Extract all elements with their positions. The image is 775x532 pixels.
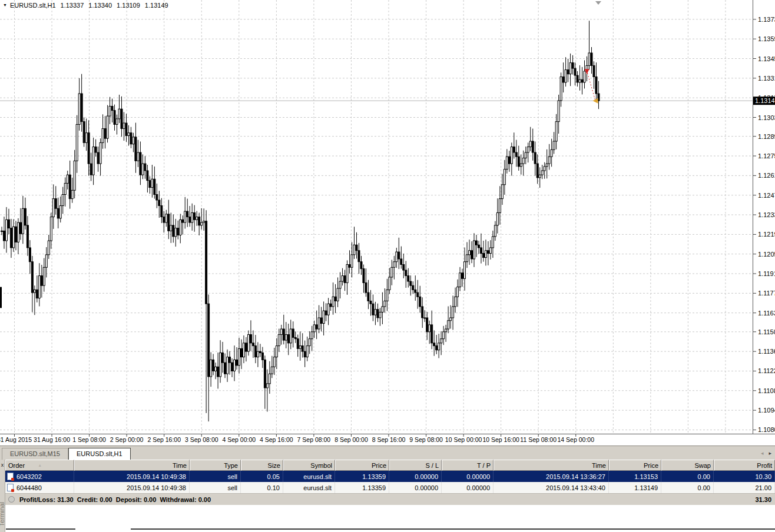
column-header-swap[interactable]: Swap [661,460,714,471]
cell-order: 6043202 [5,471,74,482]
svg-text:1.13590: 1.13590 [758,35,775,42]
status-circle-icon [8,496,15,503]
svg-text:31 Aug 2015: 31 Aug 2015 [0,436,32,443]
svg-text:2 Sep 16:00: 2 Sep 16:00 [147,436,181,443]
cell-price: 1.13153 [609,471,661,482]
svg-text:1.12195: 1.12195 [758,231,775,238]
cell-type: sell [190,482,241,493]
sort-asc-icon: ▲ [38,463,42,467]
cell-profit: 21.00 [714,482,775,493]
svg-text:8 Sep 16:00: 8 Sep 16:00 [372,436,406,443]
cell-time: 2015.09.14 13:43:40 [494,482,609,493]
cell-symbol: eurusd.slt [283,482,335,493]
svg-text:14 Sep 00:00: 14 Sep 00:00 [558,436,595,443]
cell-price: 1.13149 [609,482,661,493]
terminal-side-strip: x Terminal [0,460,5,532]
chart-symbol-period: EURUSD.slt,H1 [10,2,56,9]
ohlc-close: 1.13149 [145,2,168,9]
cell-symbol: eurusd.slt [283,471,335,482]
column-header-symbol[interactable]: Symbol [283,460,335,471]
svg-text:1.12895: 1.12895 [758,133,775,140]
order-row[interactable]: 60444802015.09.14 10:49:38sell0.10eurusd… [5,482,775,493]
order-icon [7,484,14,491]
svg-text:1.12475: 1.12475 [758,192,775,199]
cell-swap: 0.00 [661,471,714,482]
terminal-panel: x Terminal Order▲TimeTypeSizeSymbolPrice… [0,460,775,532]
cell-profit: 10.30 [714,471,775,482]
svg-text:7 Sep 08:00: 7 Sep 08:00 [297,436,331,443]
orders-table-header: Order▲TimeTypeSizeSymbolPriceS / LT / PT… [5,460,775,471]
cell-time: 2015.09.14 13:36:27 [494,471,609,482]
terminal-vertical-label: Terminal [0,502,5,527]
svg-text:1.12335: 1.12335 [758,211,775,218]
cell-type: sell [190,471,241,482]
ohlc-high: 1.13340 [88,2,112,9]
column-header-time[interactable]: Time [494,460,609,471]
svg-text:1.10800: 1.10800 [758,426,775,433]
cell-size: 0.05 [241,471,283,482]
column-header-time[interactable]: Time [74,460,190,471]
svg-text:1.11360: 1.11360 [758,348,775,355]
order-icon [7,473,14,480]
column-header-order[interactable]: Order▲ [5,460,74,471]
svg-text:1.13030: 1.13030 [758,114,775,121]
svg-text:31 Aug 16:00: 31 Aug 16:00 [34,436,70,443]
svg-text:1.11635: 1.11635 [758,310,775,317]
cell-swap: 0.00 [661,482,714,493]
svg-text:11 Sep 08:00: 11 Sep 08:00 [520,436,557,443]
chart-tab-bar: EURUSD.slt,M15 EURUSD.slt,H1 ◂ ▸ [0,445,775,460]
price-chart[interactable]: 1.137301.135901.134501.133101.131701.130… [0,0,775,445]
cell-time: 2015.09.14 10:49:38 [74,482,190,493]
column-header-t-p[interactable]: T / P [442,460,494,471]
bottom-line-right [131,528,775,530]
svg-text:1.11500: 1.11500 [758,328,775,335]
svg-text:1.12615: 1.12615 [758,172,775,179]
svg-text:1.11775: 1.11775 [758,290,775,297]
tab-scroll-right-icon[interactable]: ▸ [769,450,771,456]
svg-text:1.12755: 1.12755 [758,152,775,159]
summary-text: Profit/Loss: 31.30 Credit: 0.00 Deposit:… [19,496,211,503]
svg-text:1.13730: 1.13730 [758,16,775,23]
svg-text:1.11915: 1.11915 [758,270,775,277]
column-header-size[interactable]: Size [241,460,283,471]
svg-text:9 Sep 08:00: 9 Sep 08:00 [409,436,443,443]
svg-text:2 Sep 00:00: 2 Sep 00:00 [110,436,144,443]
tab-eurusd-m15[interactable]: EURUSD.slt,M15 [2,448,68,460]
svg-text:1 Sep 08:00: 1 Sep 08:00 [72,436,106,443]
summary-total-profit: 31.30 [755,496,775,503]
cell-s-l: 0.00000 [389,471,442,482]
column-header-price[interactable]: Price [609,460,661,471]
cell-size: 0.10 [241,482,283,493]
column-header-price[interactable]: Price [335,460,389,471]
tab-scroll-arrows: ◂ ▸ [761,450,771,456]
time-axis: 31 Aug 201531 Aug 16:001 Sep 08:002 Sep … [0,434,594,443]
svg-text:1.11220: 1.11220 [758,367,775,374]
cell-t-p: 0.00000 [442,471,494,482]
orders-table-body: 60432022015.09.14 10:49:38sell0.05eurusd… [5,471,775,493]
svg-text:1.13450: 1.13450 [758,55,775,62]
svg-text:1.10940: 1.10940 [758,407,775,414]
svg-text:10 Sep 16:00: 10 Sep 16:00 [482,436,519,443]
column-header-profit[interactable]: Profit [714,460,775,471]
cell-price: 1.13359 [335,482,389,493]
chart-title-line: ▼ EURUSD.slt,H1 1.13337 1.13340 1.13109 … [3,1,168,9]
ohlc-open: 1.13337 [61,2,84,9]
svg-text:1.13310: 1.13310 [758,75,775,82]
cell-time: 2015.09.14 10:49:38 [74,471,190,482]
cell-s-l: 0.00000 [389,482,442,493]
bottom-tab-area [5,505,775,532]
svg-text:8 Sep 00:00: 8 Sep 00:00 [334,436,368,443]
current-price-tag: 1.13149 [753,97,775,105]
cell-price: 1.13359 [335,471,389,482]
svg-text:1.12055: 1.12055 [758,251,775,258]
column-header-type[interactable]: Type [190,460,241,471]
symbol-dropdown-icon[interactable]: ▼ [3,3,7,7]
close-terminal-button[interactable]: x [0,463,5,468]
tab-scroll-left-icon[interactable]: ◂ [761,450,764,456]
order-row[interactable]: 60432022015.09.14 10:49:38sell0.05eurusd… [5,471,775,482]
account-summary-row: Profit/Loss: 31.30 Credit: 0.00 Deposit:… [5,493,775,505]
column-header-s-l[interactable]: S / L [389,460,442,471]
tab-eurusd-h1[interactable]: EURUSD.slt,H1 [68,448,131,460]
cell-order: 6044480 [5,482,74,493]
svg-text:1.13149: 1.13149 [755,97,775,104]
